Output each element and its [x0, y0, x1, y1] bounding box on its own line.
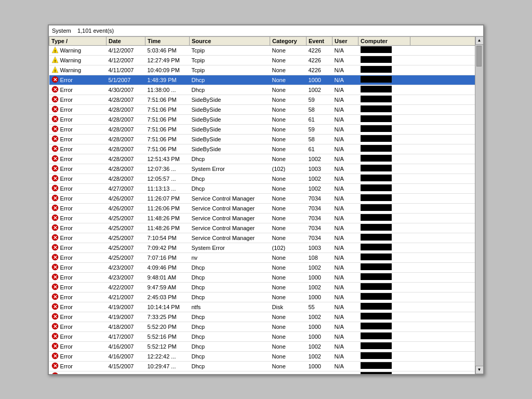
table-row[interactable]: ✕ Error4/19/200710:14:14 PMntfsDisk55N/A — [49, 302, 483, 312]
cell-event: 59 — [307, 95, 332, 104]
cell-event: 1000 — [307, 361, 332, 371]
cell-event: 1002 — [307, 154, 332, 164]
col-header-user[interactable]: User — [332, 36, 358, 45]
error-icon: ✕ — [51, 293, 59, 301]
table-row[interactable]: ✕ Error4/16/20075:52:12 PMDhcpNone1002N/… — [49, 341, 483, 351]
cell-user: N/A — [332, 371, 358, 374]
cell-user: N/A — [332, 262, 358, 272]
cell-time: 11:26:06 PM — [145, 203, 190, 213]
table-row[interactable]: ✕ Error4/18/20075:52:20 PMDhcpNone1000N/… — [49, 322, 483, 331]
table-row[interactable]: ✕ Error4/16/200712:22:42 ...DhcpNone1002… — [49, 351, 483, 361]
type-label: Error — [60, 264, 73, 271]
table-row[interactable]: ✕ Error4/25/20077:09:42 PMSystem Error(1… — [49, 243, 483, 252]
cell-event: 1002 — [307, 262, 332, 272]
table-row[interactable]: ✕ Error4/14/200710:29:45 ...DhcpNone1000… — [49, 371, 483, 374]
col-header-date[interactable]: Date — [107, 36, 145, 45]
error-icon: ✕ — [51, 155, 59, 163]
cell-computer — [358, 282, 410, 292]
cell-source: Dhcp — [190, 292, 270, 302]
cell-user: N/A — [332, 174, 358, 183]
table-row[interactable]: ✕ Error4/28/20077:51:06 PMSideBySideNone… — [49, 104, 483, 114]
cell-source: ntfs — [190, 302, 270, 312]
cell-category: None — [270, 174, 307, 183]
computer-value — [361, 332, 392, 339]
cell-event: 7034 — [307, 213, 332, 223]
cell-computer — [358, 223, 410, 233]
cell-type: ✕ Error — [49, 312, 107, 322]
cell-computer — [358, 104, 410, 114]
col-header-time[interactable]: Time — [145, 36, 190, 45]
table-row[interactable]: ✕ Error4/28/20077:51:06 PMSideBySideNone… — [49, 124, 483, 134]
table-row[interactable]: ✕ Error4/25/20077:07:16 PMnvNone108N/A — [49, 252, 483, 262]
cell-time: 5:52:20 PM — [145, 322, 190, 331]
scroll-up-button[interactable]: ▲ — [475, 36, 484, 45]
table-row[interactable]: ✕ Error4/28/200712:05:57 ...DhcpNone1002… — [49, 174, 483, 183]
table-row[interactable]: ✕ Error4/23/20074:09:46 PMDhcpNone1002N/… — [49, 262, 483, 272]
cell-type: ✕ Error — [49, 95, 107, 104]
cell-user: N/A — [332, 95, 358, 104]
table-row[interactable]: ✕ Error4/30/200711:38:00 ...DhcpNone1002… — [49, 85, 483, 95]
table-row[interactable]: ✕ Error4/28/20077:51:06 PMSideBySideNone… — [49, 144, 483, 154]
type-label: Error — [60, 176, 73, 182]
svg-text:✕: ✕ — [53, 284, 57, 290]
cell-category: None — [270, 252, 307, 262]
scroll-down-button[interactable]: ▼ — [475, 366, 484, 374]
table-row[interactable]: ✕ Error4/19/20077:33:25 PMDhcpNone1002N/… — [49, 312, 483, 322]
col-header-event[interactable]: Event — [307, 36, 332, 45]
table-row[interactable]: ! Warning4/12/20075:03:46 PMTcpipNone422… — [49, 45, 483, 55]
error-icon: ✕ — [51, 96, 59, 104]
table-row[interactable]: ✕ Error4/28/20077:51:06 PMSideBySideNone… — [49, 134, 483, 144]
table-row[interactable]: ✕ Error4/17/20075:52:16 PMDhcpNone1000N/… — [49, 331, 483, 341]
cell-time: 11:38:00 ... — [145, 85, 190, 95]
scrollbar-thumb[interactable] — [476, 46, 482, 66]
type-label: Error — [60, 87, 73, 93]
col-header-source[interactable]: Source — [190, 36, 270, 45]
cell-user: N/A — [332, 233, 358, 243]
cell-computer — [358, 193, 410, 203]
cell-category: None — [270, 331, 307, 341]
cell-time: 9:47:59 AM — [145, 282, 190, 292]
table-row[interactable]: ✕ Error4/25/200711:48:26 PMService Contr… — [49, 213, 483, 223]
table-row[interactable]: ✕ Error4/28/200712:51:43 PMDhcpNone1002N… — [49, 154, 483, 164]
col-header-type[interactable]: Type / — [49, 36, 107, 45]
table-row[interactable]: ✕ Error4/28/20077:51:06 PMSideBySideNone… — [49, 114, 483, 124]
cell-date: 4/25/2007 — [107, 243, 145, 252]
table-row[interactable]: ! Warning4/11/200710:40:09 PMTcpipNone42… — [49, 65, 483, 75]
vertical-scrollbar[interactable]: ▲ ▼ — [475, 36, 483, 374]
error-icon: ✕ — [51, 145, 59, 153]
cell-time: 7:51:06 PM — [145, 95, 190, 104]
cell-category: None — [270, 144, 307, 154]
cell-category: None — [270, 65, 307, 75]
cell-event: 1002 — [307, 341, 332, 351]
type-label: Error — [60, 156, 73, 162]
cell-source: Dhcp — [190, 85, 270, 95]
cell-category: None — [270, 262, 307, 272]
table-row[interactable]: ✕ Error5/1/20071:48:39 PMDhcpNone1000N/A — [49, 75, 483, 85]
table-row[interactable]: ✕ Error4/28/20077:51:06 PMSideBySideNone… — [49, 95, 483, 104]
computer-value — [361, 214, 392, 221]
col-header-category[interactable]: Category — [270, 36, 307, 45]
cell-extra — [410, 124, 483, 134]
cell-type: ✕ Error — [49, 134, 107, 144]
table-row[interactable]: ✕ Error4/28/200712:07:36 ...System Error… — [49, 164, 483, 174]
type-label: Error — [60, 284, 73, 290]
table-row[interactable]: ✕ Error4/25/20077:10:54 PMService Contro… — [49, 233, 483, 243]
error-icon: ✕ — [51, 342, 59, 351]
scrollbar-track[interactable] — [475, 45, 484, 366]
table-row[interactable]: ✕ Error4/26/200711:26:07 PMService Contr… — [49, 193, 483, 203]
svg-text:✕: ✕ — [53, 225, 57, 231]
cell-computer — [358, 351, 410, 361]
col-header-computer[interactable]: Computer — [358, 36, 410, 45]
table-row[interactable]: ✕ Error4/25/200711:48:26 PMService Contr… — [49, 223, 483, 233]
table-row[interactable]: ✕ Error4/27/200711:13:13 ...DhcpNone1002… — [49, 183, 483, 193]
computer-value — [361, 56, 392, 63]
table-row[interactable]: ✕ Error4/21/20072:45:03 PMDhcpNone1000N/… — [49, 292, 483, 302]
cell-time: 12:22:42 ... — [145, 351, 190, 361]
svg-text:✕: ✕ — [53, 205, 57, 211]
table-row[interactable]: ✕ Error4/23/20079:48:01 AMDhcpNone1000N/… — [49, 272, 483, 282]
table-row[interactable]: ✕ Error4/22/20079:47:59 AMDhcpNone1002N/… — [49, 282, 483, 292]
svg-text:✕: ✕ — [53, 235, 57, 241]
table-row[interactable]: ✕ Error4/26/200711:26:06 PMService Contr… — [49, 203, 483, 213]
table-row[interactable]: ! Warning4/12/200712:27:49 PMTcpipNone42… — [49, 55, 483, 65]
table-row[interactable]: ✕ Error4/15/200710:29:47 ...DhcpNone1000… — [49, 361, 483, 371]
